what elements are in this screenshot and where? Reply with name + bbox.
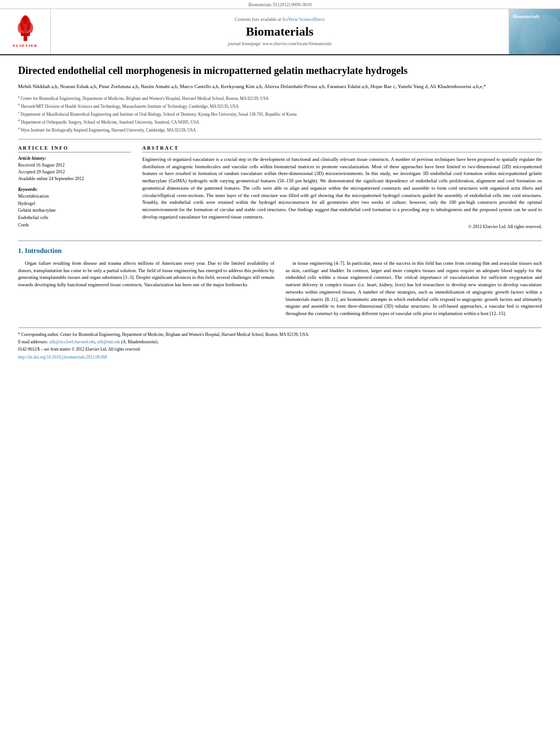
abstract-text: Engineering of organized vasculature is … [142, 156, 542, 221]
intro-left-col: Organ failure resulting from disease and… [18, 260, 274, 321]
intro-left-p1: Organ failure resulting from disease and… [18, 260, 274, 289]
svg-rect-1 [21, 32, 30, 36]
journal-title: Biomaterials [246, 24, 314, 39]
article-history: Article history: Received 16 August 2012… [18, 156, 131, 182]
divider-2 [18, 241, 542, 241]
keyword-2: Hydrogel [18, 200, 131, 208]
keyword-5: Cords [18, 222, 131, 229]
elsevier-tree-icon [12, 15, 39, 42]
intro-right-col: in tissue engineering [4–7]. In particul… [286, 260, 542, 321]
copyright-line: © 2012 Elsevier Ltd. All rights reserved… [142, 224, 542, 229]
intro-title: 1. Introduction [18, 247, 542, 255]
email-suffix: (A. Khademhosseini). [121, 339, 159, 344]
abstract-col: ABSTRACT Engineering of organized vascul… [142, 145, 542, 234]
elsevier-label: ELSEVIER [13, 43, 37, 48]
history-label: Article history: [18, 156, 131, 161]
accepted-date: Accepted 29 August 2012 [18, 169, 131, 176]
doi-line[interactable]: http://dx.doi.org/10.1016/j.biomaterials… [18, 354, 542, 360]
journal-header: ELSEVIER Contents lists available at Sci… [0, 9, 560, 55]
authors-line: Mehdi Nikkhah a,b, Nouran Eshak a,b, Pin… [18, 83, 542, 91]
abstract-label: ABSTRACT [142, 145, 542, 152]
svg-point-3 [18, 23, 24, 33]
keywords-list: Microfabrication Hydrogel Gelatin methac… [18, 193, 131, 229]
introduction-section: 1. Introduction Organ failure resulting … [18, 247, 542, 321]
elsevier-brand: ELSEVIER [12, 15, 39, 48]
email-label: E-mail addresses: [18, 339, 48, 344]
received-date: Received 16 August 2012 [18, 162, 131, 169]
intro-body: Organ failure resulting from disease and… [18, 260, 542, 321]
citation-text: Biomaterials 33 (2012) 9009–9018 [248, 2, 312, 7]
issn-line: 0142-9612/$ – see front matter © 2012 El… [18, 346, 542, 352]
authors-text: Mehdi Nikkhah a,b, Nouran Eshak a,b, Pin… [18, 84, 486, 89]
article-info-label: ARTICLE INFO [18, 145, 131, 152]
sciverse-line: Contents lists available at SciVerse Sci… [235, 17, 325, 22]
content-area: Directed endothelial cell morphogenesis … [0, 55, 560, 370]
affiliations: a Center for Biomedical Engineering, Dep… [18, 94, 542, 133]
keywords-label: Keywords: [18, 187, 131, 192]
affil-c: c Department of Maxillofacial Biomedical… [18, 110, 542, 117]
intro-label: Introduction [25, 247, 62, 255]
email1[interactable]: alik@rics.bwh.harvard.edu [49, 339, 95, 344]
footnotes: * Corresponding author. Center for Biome… [18, 327, 542, 360]
keyword-3: Gelatin methacrylate [18, 207, 131, 215]
article-info-abstract: ARTICLE INFO Article history: Received 1… [18, 145, 542, 234]
keyword-4: Endothelial cells [18, 215, 131, 222]
sciverse-link[interactable]: SciVerse ScienceDirect [282, 17, 325, 22]
svg-point-5 [23, 15, 28, 24]
affil-a: a Center for Biomedical Engineering, Dep… [18, 94, 542, 102]
article-title: Directed endothelial cell morphogenesis … [18, 64, 542, 77]
svg-point-4 [27, 23, 33, 33]
affil-b: b Harvard-MIT Division of Health Science… [18, 102, 542, 110]
intro-number: 1. [18, 247, 23, 255]
article-info-col: ARTICLE INFO Article history: Received 1… [18, 145, 131, 234]
affil-d: d Department of Orthopaedic Surgery, Sch… [18, 118, 542, 125]
available-date: Available online 24 September 2012 [18, 176, 131, 182]
bio-logo-text: Biomaterials [513, 14, 540, 19]
email-line: E-mail addresses: alik@rics.bwh.harvard.… [18, 339, 542, 345]
email2[interactable]: alik@mit.edu [97, 339, 120, 344]
keyword-1: Microfabrication [18, 193, 131, 200]
top-bar: Biomaterials 33 (2012) 9009–9018 [0, 0, 560, 9]
affil-e: e Wyss Institute for Biologically Inspir… [18, 126, 542, 133]
elsevier-logo: ELSEVIER [0, 9, 51, 54]
svg-rect-0 [23, 36, 27, 41]
corresponding-author: * Corresponding author. Center for Biome… [18, 331, 542, 338]
keywords-group: Keywords: Microfabrication Hydrogel Gela… [18, 187, 131, 229]
journal-middle: Contents lists available at SciVerse Sci… [51, 9, 509, 54]
page-wrapper: Biomaterials 33 (2012) 9009–9018 ELSEVIE… [0, 0, 560, 370]
journal-logo-right: Biomaterials [509, 9, 560, 54]
journal-homepage: journal homepage: www.elsevier.com/locat… [228, 41, 332, 46]
svg-point-8 [537, 15, 560, 37]
divider [18, 139, 542, 139]
intro-right-p1: in tissue engineering [4–7]. In particul… [286, 260, 542, 317]
